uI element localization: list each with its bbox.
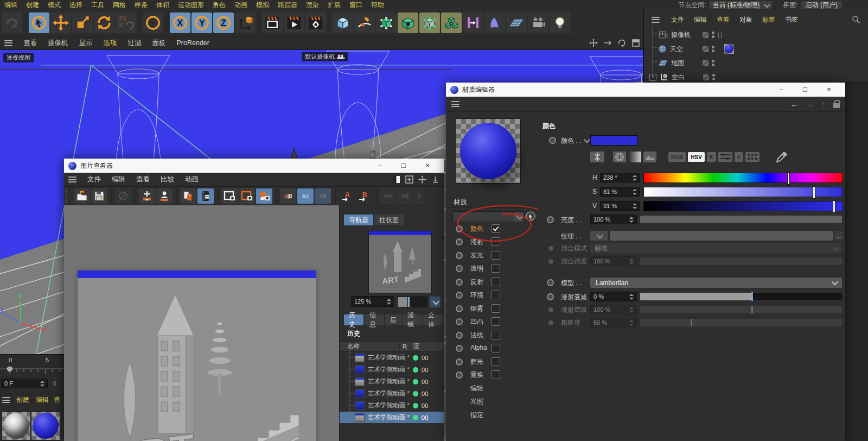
k-mode-button[interactable]: K: [707, 152, 716, 162]
save-image-button[interactable]: ?: [91, 188, 107, 204]
zoom-level-field[interactable]: 125 %: [351, 296, 394, 307]
menu-tools[interactable]: 工具: [87, 0, 108, 10]
viewport-menu-icon[interactable]: [4, 40, 12, 46]
rotate-view-icon[interactable]: [617, 39, 626, 47]
material-menu-edit[interactable]: 编辑: [33, 395, 52, 405]
interface-select[interactable]: 启动 (用户): [801, 1, 842, 9]
back-icon[interactable]: ←: [790, 99, 799, 109]
editor-visibility-toggle[interactable]: [703, 60, 709, 66]
render-visibility-dots[interactable]: [712, 59, 714, 67]
image-canvas[interactable]: ART SCHOOL: [64, 205, 339, 441]
om-menu-tags[interactable]: 标签: [757, 15, 780, 24]
swatches-mode-icon[interactable]: [745, 152, 760, 162]
light-button[interactable]: [550, 12, 570, 33]
stop-render-button[interactable]: [115, 188, 131, 204]
zoom-spinner[interactable]: [387, 299, 391, 305]
compact-mode-icon[interactable]: [590, 152, 604, 162]
channel-bump[interactable]: 凹凸: [470, 317, 483, 326]
pv-menu-animation[interactable]: 动画: [180, 175, 204, 184]
channel-radio[interactable]: [456, 292, 463, 299]
channel-radio[interactable]: [456, 332, 463, 339]
zoom-dropdown-button[interactable]: [430, 297, 441, 307]
generator-button[interactable]: [398, 12, 418, 33]
search-icon[interactable]: [852, 15, 860, 24]
action-edit[interactable]: 编辑: [470, 384, 483, 393]
texture-dropdown-button[interactable]: [590, 231, 608, 241]
channel-checkbox[interactable]: [492, 278, 500, 286]
action-illumination[interactable]: 光照: [470, 397, 483, 406]
channel-displacement[interactable]: 置换: [470, 370, 483, 380]
color-swatch[interactable]: [590, 135, 638, 146]
pause-glyph[interactable]: ‖: [53, 380, 56, 387]
set-a-button[interactable]: A: [339, 188, 355, 204]
model-dropdown[interactable]: Lambertian: [590, 278, 842, 288]
channel-checkbox[interactable]: [492, 357, 500, 366]
viewport-menu-panel[interactable]: 面板: [147, 39, 171, 48]
value-spinner[interactable]: [633, 203, 637, 209]
metaball-button[interactable]: [419, 12, 440, 33]
render-visibility-dots[interactable]: [712, 30, 714, 39]
deformer-button[interactable]: [484, 12, 505, 33]
material-menu-icon[interactable]: [2, 397, 10, 403]
color-param-radio[interactable]: [549, 137, 556, 144]
editor-visibility-toggle[interactable]: [703, 74, 709, 80]
minimize-button[interactable]: –: [769, 83, 793, 97]
camera-button[interactable]: [528, 12, 548, 33]
channel-checkbox[interactable]: [492, 317, 500, 326]
menu-mesh[interactable]: 网格: [108, 0, 130, 10]
value-field[interactable]: 91 %: [600, 201, 640, 211]
history-row[interactable]: 艺术学院动画 *00: [340, 376, 444, 387]
default-camera-label[interactable]: 默认摄像机: [302, 52, 348, 61]
spline-pen-button[interactable]: [354, 12, 375, 33]
om-menu-objects[interactable]: 对象: [735, 15, 757, 24]
eyedropper-icon[interactable]: [775, 151, 788, 163]
coordinate-system-button[interactable]: [235, 12, 256, 33]
material-preset-combo[interactable]: [452, 211, 524, 222]
tab-stereo[interactable]: 立体: [423, 314, 443, 325]
channel-checkbox[interactable]: [492, 264, 500, 273]
brightness-slider[interactable]: [640, 216, 842, 223]
menu-create[interactable]: 创建: [22, 0, 43, 10]
open-file-button[interactable]: [74, 188, 90, 204]
object-row-camera[interactable]: 摄像机 [ ]: [658, 29, 864, 40]
axis-x-lock-button[interactable]: X: [170, 12, 190, 33]
pan-image-icon[interactable]: [418, 175, 426, 184]
channel-radio[interactable]: [456, 345, 463, 352]
ab-compare-button[interactable]: A|B: [280, 188, 296, 204]
delete-image-button[interactable]: [180, 188, 196, 204]
om-menu-bookmarks[interactable]: 书签: [780, 15, 803, 24]
film-strip-button[interactable]: [197, 188, 214, 204]
menu-render[interactable]: 渲染: [302, 0, 323, 10]
falloff-field[interactable]: 0 %: [590, 292, 637, 301]
history-row[interactable]: 艺术学院动画 *00: [340, 364, 444, 375]
channel-checkbox[interactable]: [492, 304, 500, 313]
color-wheel-icon[interactable]: [613, 152, 626, 162]
compare-image-button[interactable]: [239, 188, 255, 204]
minimize-button[interactable]: –: [368, 159, 392, 173]
current-frame-field[interactable]: 0 F: [1, 379, 48, 388]
falloff-slider[interactable]: [640, 293, 842, 300]
saturation-field[interactable]: 81 %: [600, 187, 640, 197]
mixer-mode-icon[interactable]: [718, 152, 732, 162]
psr-record-button[interactable]: PSR: [116, 12, 136, 33]
history-row[interactable]: 艺术学院动画 *00: [340, 400, 444, 411]
pv-menu-icon[interactable]: [68, 177, 76, 182]
render-settings-button[interactable]: [305, 12, 326, 33]
channel-radio[interactable]: [456, 371, 463, 379]
set-b-button[interactable]: B: [356, 188, 372, 204]
pv-menu-edit[interactable]: 编辑: [106, 175, 131, 184]
material-thumbnail-chrome[interactable]: [2, 411, 31, 440]
brightness-radio[interactable]: [547, 216, 554, 223]
menu-help[interactable]: 帮助: [367, 0, 388, 10]
editor-visibility-toggle[interactable]: [703, 32, 709, 38]
tab-histogram[interactable]: 柱状图: [374, 215, 404, 225]
tab-navigator[interactable]: 导航器: [344, 215, 373, 225]
floor-button[interactable]: [506, 12, 527, 33]
menu-volume[interactable]: 体积: [152, 0, 174, 10]
tab-history[interactable]: 历史: [344, 314, 363, 325]
up-icon[interactable]: ↑: [822, 99, 826, 109]
material-name-label[interactable]: 材质: [454, 198, 467, 207]
channel-radio[interactable]: [456, 238, 463, 245]
history-row[interactable]: 艺术学院动画 *00: [340, 352, 444, 363]
live-selection-tool[interactable]: [29, 12, 49, 33]
